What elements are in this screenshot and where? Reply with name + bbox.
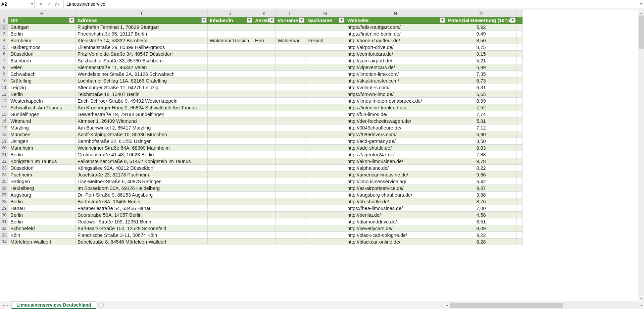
cell[interactable]: https://interline-berlin.de/ (345, 31, 446, 37)
row-header[interactable]: 23 (0, 165, 8, 171)
cell[interactable] (276, 78, 305, 84)
row-header[interactable]: 15 (0, 111, 8, 118)
cell[interactable]: Teichstraße 18, 13407 Berlin (76, 91, 208, 98)
cell[interactable]: 8,28 (446, 239, 516, 245)
cell[interactable] (305, 178, 345, 185)
cell[interactable]: Am Bachwinkel 2, 85417 Marzling (76, 124, 208, 131)
cell[interactable]: 4,58 (446, 212, 516, 218)
column-header-M[interactable]: M (305, 10, 345, 17)
filter-dropdown-icon[interactable] (440, 17, 445, 23)
cell[interactable] (253, 57, 276, 64)
cell[interactable]: Marzling (8, 124, 76, 131)
cell[interactable] (305, 192, 345, 198)
cell[interactable]: Lochhamer Schlag 11A, 82166 Gräfelfing (76, 78, 208, 84)
cell[interactable]: http://beverlycars.de/ (345, 225, 446, 232)
cell[interactable] (253, 158, 276, 165)
cell[interactable]: 6,31 (446, 84, 516, 91)
cell[interactable]: Bebelstraße 8, 64546 Mörfelden-Walldorf (76, 239, 208, 245)
cell[interactable] (208, 78, 253, 84)
cell[interactable]: Sulzbacher Straße 33, 65760 Eschborn (76, 57, 208, 64)
cell[interactable] (276, 178, 305, 185)
cell[interactable] (208, 218, 253, 225)
cell[interactable] (253, 205, 276, 212)
cell[interactable] (208, 124, 253, 131)
cell[interactable] (253, 118, 276, 124)
row-header[interactable]: 4 (0, 37, 8, 44)
filter-dropdown-icon[interactable] (510, 17, 515, 23)
row-header[interactable]: 28 (0, 198, 8, 205)
header-cell-O[interactable]: Potenzial-Bewertung (10=max) (446, 17, 516, 24)
cell[interactable] (276, 91, 305, 98)
cell[interactable] (276, 192, 305, 198)
cell[interactable] (305, 57, 345, 64)
cell[interactable] (253, 44, 276, 51)
cell[interactable]: http://americanlimousine.de/ (345, 171, 446, 178)
cell[interactable] (305, 111, 345, 118)
cell[interactable]: Am Kronberger Hang 2, 65824 Schwalbach A… (76, 104, 208, 111)
cell[interactable] (305, 131, 345, 138)
scroll-left-icon[interactable]: ◂ (444, 303, 450, 308)
row-header[interactable]: 2 (0, 24, 8, 31)
cell[interactable] (276, 51, 305, 57)
cell[interactable] (276, 185, 305, 192)
row-header[interactable]: 18 (0, 131, 8, 138)
cell[interactable] (208, 111, 253, 118)
cell[interactable] (253, 239, 276, 245)
cell[interactable]: http://der-hochzeitswagen.de/ (345, 118, 446, 124)
cell[interactable] (253, 225, 276, 232)
scroll-down-icon[interactable]: ▾ (638, 296, 644, 301)
cell[interactable] (208, 84, 253, 91)
cell[interactable]: Flandrische Straße 3-11, 50674 Köln (76, 232, 208, 239)
cell[interactable]: Berlin (8, 212, 76, 218)
cell[interactable] (208, 185, 253, 192)
cell[interactable]: Gräfelfing (8, 78, 76, 84)
cell[interactable]: Wendelsteiner Straße 2A, 91126 Schwabach (76, 71, 208, 78)
select-all-corner[interactable] (0, 10, 8, 17)
cell[interactable] (276, 165, 305, 171)
cell[interactable] (276, 124, 305, 131)
cell[interactable]: Friedrichstraße 95, 10117 Berlin (76, 31, 208, 37)
cell[interactable]: Wittmund (8, 118, 76, 124)
filter-dropdown-icon[interactable] (69, 17, 75, 23)
cell[interactable]: 6,65 (446, 91, 516, 98)
cell[interactable]: http://vipeventcars.de/ (345, 64, 446, 71)
cell[interactable]: Düsseldorf (8, 51, 76, 57)
cell[interactable]: http://acd-germany.de/ (345, 138, 446, 145)
cell[interactable]: Altenburger Straße 11, 04275 Leipzig (76, 84, 208, 91)
filter-dropdown-icon[interactable] (247, 17, 252, 23)
cell[interactable] (276, 205, 305, 212)
tab-split-handle[interactable]: ⋮ (439, 301, 444, 309)
cell[interactable]: http://as-airportservice.de/ (345, 185, 446, 192)
cell[interactable]: Berlin (8, 198, 76, 205)
cell[interactable]: http://ade-shuttle.de/ (345, 145, 446, 151)
cell[interactable] (276, 104, 305, 111)
cell[interactable] (305, 205, 345, 212)
cell[interactable] (305, 98, 345, 104)
column-header-L[interactable]: L (276, 10, 305, 17)
cell[interactable] (305, 225, 345, 232)
header-cell-K[interactable]: Anrede (253, 17, 276, 24)
cell[interactable]: http://0049chauffeure.de/ (345, 124, 446, 131)
vertical-scrollbar[interactable]: ▴ ▾ (638, 10, 644, 301)
row-header[interactable]: 32 (0, 225, 8, 232)
cell[interactable]: https://bea-limousines.de/ (345, 205, 446, 212)
cell[interactable] (305, 138, 345, 145)
cell[interactable] (208, 145, 253, 151)
cell[interactable] (276, 44, 305, 51)
row-header[interactable]: 5 (0, 44, 8, 51)
cell[interactable]: 7,12 (446, 124, 516, 131)
cell[interactable]: http://tiktaktransfer.com/ (345, 78, 446, 84)
cell[interactable] (208, 212, 253, 218)
scroll-up-icon[interactable]: ▴ (638, 10, 644, 15)
cell[interactable] (208, 31, 253, 37)
row-header[interactable]: 9 (0, 71, 8, 78)
cell[interactable]: Lise-Meitner-Straße 6, 40878 Ratingen (76, 178, 208, 185)
new-sheet-button[interactable]: + (96, 301, 106, 309)
cell[interactable] (208, 57, 253, 64)
cell[interactable] (305, 118, 345, 124)
cell[interactable]: Hallbergmoos (8, 44, 76, 51)
cell[interactable] (276, 71, 305, 78)
cell[interactable] (208, 91, 253, 98)
cell[interactable] (276, 84, 305, 91)
cell[interactable]: Karl-Marx-Straße 150, 12529 Schönefeld (76, 225, 208, 232)
